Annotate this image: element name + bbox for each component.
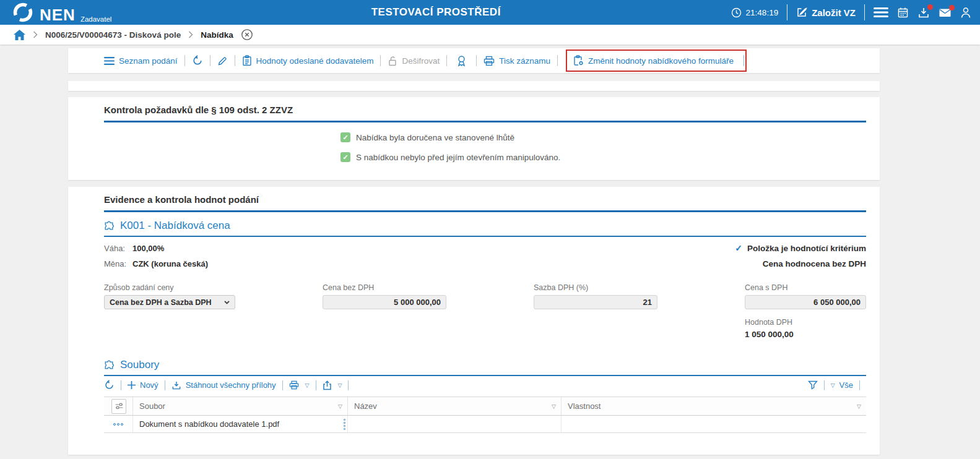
- messages-button[interactable]: [939, 7, 952, 18]
- toolbar-divider: [210, 55, 210, 66]
- soubory-title: Soubory: [120, 359, 159, 371]
- main-menu-button[interactable]: [874, 7, 888, 18]
- download-notification-badge: [927, 4, 933, 10]
- sazba-dph-input[interactable]: [534, 295, 657, 309]
- blue-check-icon: ✓: [735, 243, 742, 253]
- vaha-value: 100,00%: [132, 244, 164, 253]
- toolbar-divider: [476, 55, 477, 66]
- column-header-vlastnost[interactable]: Vlastnost ▽: [561, 397, 866, 415]
- cena-bez-dph-input[interactable]: [323, 295, 446, 309]
- toolbar-divider: [316, 380, 316, 390]
- filter-triangle-icon[interactable]: ▽: [857, 403, 861, 410]
- award-ribbon-icon: [456, 55, 467, 67]
- print-files-button[interactable]: ▽: [289, 380, 310, 390]
- flag-kriterium: ✓ Položka je hodnotící kritérium: [735, 243, 866, 253]
- refresh-files-button[interactable]: [104, 380, 115, 390]
- cell-vlastnost[interactable]: [561, 416, 866, 432]
- breadcrumb-contract[interactable]: N006/25/V00004673 - Disková pole: [45, 30, 181, 40]
- brand-block[interactable]: NEN Zadavatel: [11, 1, 141, 24]
- filter-triangle-icon[interactable]: ▽: [338, 403, 342, 410]
- downloads-button[interactable]: [917, 7, 930, 19]
- hodnota-dph-field: Hodnota DPH 1 050 000,00: [745, 318, 866, 339]
- zmenit-hodnoty-button[interactable]: Změnit hodnoty nabídkového formuláře: [573, 55, 734, 66]
- environment-title: TESTOVACÍ PROSTŘEDÍ: [141, 6, 731, 19]
- caret-down-icon: ▽: [338, 382, 342, 388]
- column-settings-cell[interactable]: [104, 397, 132, 415]
- soubory-subsection-header: Soubory: [104, 359, 866, 376]
- zpusob-select[interactable]: Cena bez DPH a Sazba DPH: [104, 295, 235, 309]
- desifrovat-button[interactable]: Dešifrovat: [388, 56, 440, 66]
- download-icon: [171, 380, 181, 390]
- create-vz-label: Založit VZ: [812, 7, 856, 18]
- close-tab-icon[interactable]: [241, 28, 253, 41]
- mena-label: Měna:: [104, 259, 132, 268]
- novy-button[interactable]: Nový: [128, 380, 158, 390]
- toolbar-divider: [235, 55, 235, 66]
- toolbar-divider: [859, 380, 860, 390]
- edit-record-button[interactable]: [217, 56, 228, 66]
- check-delivered-row: ✓ Nabídka byla doručena ve stanovené lhů…: [340, 132, 866, 142]
- column-header-soubor[interactable]: Soubor ▽: [132, 397, 347, 415]
- toolbar-divider: [282, 380, 283, 390]
- column-drag-handle-icon[interactable]: [344, 419, 345, 430]
- cena-s-dph-input[interactable]: [745, 295, 866, 309]
- kontrola-section: Kontrola požadavků dle § 109 odst. 2 ZZV…: [68, 97, 880, 180]
- tisk-zaznamu-label: Tisk záznamu: [499, 56, 550, 66]
- nen-logo-icon: [11, 1, 35, 24]
- filter-button[interactable]: [808, 380, 818, 390]
- mena-value: CZK (koruna česká): [132, 259, 208, 268]
- vse-filter-dropdown[interactable]: ▽ Vše: [831, 380, 853, 390]
- breadcrumb: N006/25/V00004673 - Disková pole Nabídka: [0, 25, 980, 45]
- table-row[interactable]: Dokument s nabídkou dodavatele 1.pdf: [104, 416, 866, 433]
- green-checkbox-icon: ✓: [340, 152, 350, 162]
- files-table: Soubor ▽ Název ▽ Vlastnost ▽ Dokument s …: [104, 397, 866, 433]
- vaha-row: Váha: 100,00% ✓ Položka je hodnotící kri…: [104, 237, 866, 253]
- puzzle-icon: [104, 221, 115, 231]
- export-files-button[interactable]: ▽: [323, 380, 342, 390]
- evidence-section: Evidence a kontrola hodnot podání K001 -…: [68, 187, 880, 455]
- home-icon[interactable]: [14, 30, 25, 40]
- toolbar-divider: [824, 380, 825, 390]
- column-settings-icon: [111, 399, 126, 414]
- column-label: Vlastnost: [568, 401, 601, 411]
- calendar-button[interactable]: [897, 7, 909, 19]
- hamburger-menu-icon: [874, 7, 888, 18]
- novy-label: Nový: [140, 380, 158, 390]
- message-notification-badge: [949, 5, 955, 11]
- clipboard-icon: [242, 55, 252, 66]
- clock-icon: [731, 7, 742, 18]
- stahnout-prilohy-button[interactable]: Stáhnout všechny přílohy: [171, 380, 276, 390]
- list-icon: [104, 57, 115, 65]
- session-time: 21:48:19: [746, 8, 779, 17]
- zpusob-field: Způsob zadání ceny Cena bez DPH a Sazba …: [104, 283, 235, 309]
- flag-bez-dph-label: Cena hodnocena bez DPH: [763, 259, 866, 268]
- mena-row: Měna: CZK (koruna česká) Cena hodnocena …: [104, 253, 866, 268]
- printer-icon: [483, 56, 495, 66]
- funnel-icon: [808, 380, 818, 390]
- cell-soubor[interactable]: Dokument s nabídkou dodavatele 1.pdf: [132, 416, 347, 432]
- user-profile-button[interactable]: [960, 7, 971, 19]
- topbar-divider: [864, 4, 865, 20]
- top-bar: NEN Zadavatel TESTOVACÍ PROSTŘEDÍ 21:48:…: [0, 0, 980, 25]
- brand-role: Zadavatel: [80, 15, 112, 23]
- desifrovat-label: Dešifrovat: [402, 56, 440, 66]
- award-button[interactable]: [456, 55, 467, 67]
- refresh-icon: [104, 380, 115, 390]
- zpusob-label: Způsob zadání ceny: [104, 283, 235, 292]
- seznam-podani-button[interactable]: Seznam podání: [104, 56, 178, 66]
- printer-icon: [289, 380, 299, 390]
- brand-name: NEN: [40, 6, 76, 24]
- filter-triangle-icon[interactable]: ▽: [552, 403, 556, 410]
- hodnoty-odeslane-button[interactable]: Hodnoty odeslané dodavatelem: [242, 55, 374, 66]
- cena-s-dph-label: Cena s DPH: [745, 283, 866, 292]
- create-vz-button[interactable]: Založit VZ: [796, 7, 856, 18]
- vaha-label: Váha:: [104, 244, 132, 253]
- vse-label: Vše: [839, 380, 853, 390]
- refresh-button[interactable]: [192, 55, 203, 66]
- tisk-zaznamu-button[interactable]: Tisk záznamu: [483, 56, 550, 66]
- row-actions-cell[interactable]: [104, 416, 132, 432]
- plus-icon: [128, 381, 136, 389]
- cell-nazev[interactable]: [347, 416, 561, 432]
- column-header-nazev[interactable]: Název ▽: [347, 397, 561, 415]
- files-table-header: Soubor ▽ Název ▽ Vlastnost ▽: [104, 397, 866, 416]
